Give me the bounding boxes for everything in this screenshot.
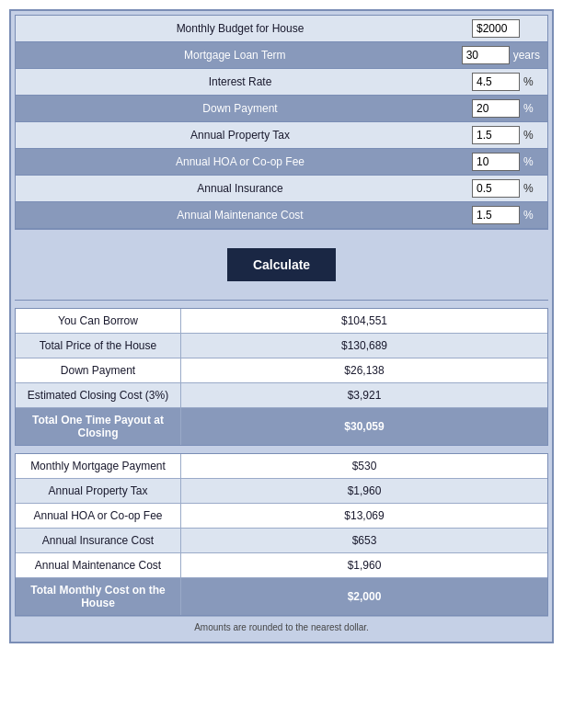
insurance-input[interactable] bbox=[472, 179, 520, 198]
mortgage-term-row: Mortgage Loan Term years bbox=[16, 42, 547, 69]
insurance-row: Annual Insurance % bbox=[16, 176, 547, 202]
mortgage-payment-row: Monthly Mortgage Payment $530 bbox=[16, 454, 547, 479]
main-container: Monthly Budget for House Mortgage Loan T… bbox=[9, 9, 554, 643]
insurance-field-area: % bbox=[465, 176, 547, 201]
mortgage-term-suffix: years bbox=[513, 49, 540, 62]
mortgage-term-input[interactable] bbox=[462, 46, 510, 64]
monthly-results-section: Monthly Mortgage Payment $530 Annual Pro… bbox=[15, 453, 548, 616]
hoa-row: Annual HOA or Co-op Fee % bbox=[16, 149, 547, 176]
hoa-field-area: % bbox=[465, 149, 547, 175]
annual-maintenance-label: Annual Maintenance Cost bbox=[16, 553, 181, 577]
annual-property-tax-label: Annual Property Tax bbox=[16, 479, 181, 503]
property-tax-row: Annual Property Tax % bbox=[16, 122, 547, 149]
you-can-borrow-value: $104,551 bbox=[181, 309, 547, 333]
annual-insurance-value: $653 bbox=[181, 529, 547, 552]
mortgage-term-field-area: years bbox=[454, 42, 547, 68]
property-tax-field-area: % bbox=[465, 122, 547, 148]
property-tax-input[interactable] bbox=[472, 126, 520, 144]
interest-rate-row: Interest Rate % bbox=[16, 69, 547, 96]
hoa-suffix: % bbox=[523, 155, 534, 168]
annual-hoa-label: Annual HOA or Co-op Fee bbox=[16, 504, 181, 528]
property-tax-suffix: % bbox=[523, 129, 534, 142]
input-section: Monthly Budget for House Mortgage Loan T… bbox=[15, 15, 548, 229]
calculate-button[interactable]: Calculate bbox=[227, 248, 336, 281]
closing-cost-label: Estimated Closing Cost (3%) bbox=[16, 383, 181, 407]
monthly-budget-row: Monthly Budget for House bbox=[16, 16, 547, 42]
closing-cost-row: Estimated Closing Cost (3%) $3,921 bbox=[16, 383, 547, 408]
down-payment-row: Down Payment % bbox=[16, 96, 547, 122]
footer-note: Amounts are rounded to the nearest dolla… bbox=[15, 616, 548, 638]
total-monthly-row: Total Monthly Cost on the House $2,000 bbox=[16, 578, 547, 615]
mortgage-payment-value: $530 bbox=[181, 454, 547, 478]
interest-rate-field-area: % bbox=[465, 69, 547, 95]
monthly-budget-input[interactable] bbox=[472, 19, 520, 38]
annual-hoa-row: Annual HOA or Co-op Fee $13,069 bbox=[16, 504, 547, 529]
annual-maintenance-value: $1,960 bbox=[181, 553, 547, 577]
you-can-borrow-row: You Can Borrow $104,551 bbox=[16, 309, 547, 334]
interest-rate-input[interactable] bbox=[472, 73, 520, 91]
property-tax-label: Annual Property Tax bbox=[16, 123, 465, 147]
total-one-time-value: $30,059 bbox=[181, 408, 547, 445]
interest-rate-label: Interest Rate bbox=[16, 70, 465, 94]
maintenance-suffix: % bbox=[523, 209, 534, 222]
maintenance-label: Annual Maintenance Cost bbox=[16, 203, 465, 227]
total-monthly-value: $2,000 bbox=[181, 578, 547, 615]
total-price-row: Total Price of the House $130,689 bbox=[16, 334, 547, 358]
hoa-input[interactable] bbox=[472, 153, 520, 171]
annual-hoa-value: $13,069 bbox=[181, 504, 547, 528]
monthly-budget-field-area bbox=[465, 16, 547, 41]
hoa-label: Annual HOA or Co-op Fee bbox=[16, 150, 465, 174]
total-price-label: Total Price of the House bbox=[16, 334, 181, 358]
insurance-label: Annual Insurance bbox=[16, 176, 465, 200]
down-payment-input[interactable] bbox=[472, 99, 520, 118]
down-payment-field-area: % bbox=[465, 96, 547, 121]
closing-cost-value: $3,921 bbox=[181, 383, 547, 407]
total-one-time-label: Total One Time Payout at Closing bbox=[16, 408, 181, 445]
annual-maintenance-row: Annual Maintenance Cost $1,960 bbox=[16, 553, 547, 578]
total-one-time-row: Total One Time Payout at Closing $30,059 bbox=[16, 408, 547, 445]
down-payment-result-label: Down Payment bbox=[16, 358, 181, 382]
down-payment-result-row: Down Payment $26,138 bbox=[16, 358, 547, 383]
annual-property-tax-value: $1,960 bbox=[181, 479, 547, 503]
gap bbox=[15, 446, 548, 453]
annual-insurance-row: Annual Insurance Cost $653 bbox=[16, 529, 547, 553]
total-monthly-label: Total Monthly Cost on the House bbox=[16, 578, 181, 615]
down-payment-label: Down Payment bbox=[16, 97, 465, 120]
down-payment-result-value: $26,138 bbox=[181, 358, 547, 382]
you-can-borrow-label: You Can Borrow bbox=[16, 309, 181, 333]
mortgage-term-label: Mortgage Loan Term bbox=[16, 43, 454, 67]
interest-rate-suffix: % bbox=[523, 75, 534, 88]
maintenance-input[interactable] bbox=[472, 206, 520, 224]
mortgage-payment-label: Monthly Mortgage Payment bbox=[16, 454, 181, 478]
borrow-results-section: You Can Borrow $104,551 Total Price of t… bbox=[15, 308, 548, 446]
calculate-area: Calculate bbox=[15, 229, 548, 301]
down-payment-suffix: % bbox=[523, 102, 534, 115]
maintenance-row: Annual Maintenance Cost % bbox=[16, 202, 547, 228]
total-price-value: $130,689 bbox=[181, 334, 547, 358]
annual-insurance-label: Annual Insurance Cost bbox=[16, 529, 181, 552]
annual-property-tax-row: Annual Property Tax $1,960 bbox=[16, 479, 547, 504]
insurance-suffix: % bbox=[523, 182, 534, 195]
monthly-budget-label: Monthly Budget for House bbox=[16, 17, 465, 40]
maintenance-field-area: % bbox=[465, 202, 547, 228]
